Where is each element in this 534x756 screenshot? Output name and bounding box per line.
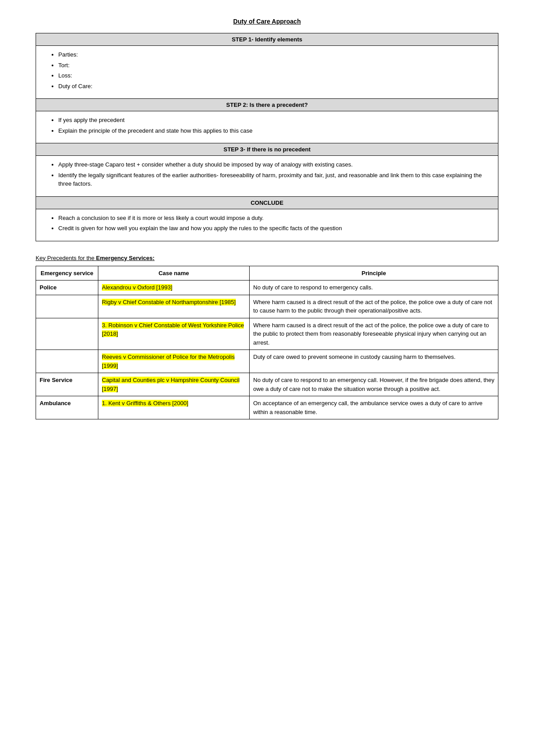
case-cell: Capital and Counties plc v Hampshire Cou… <box>98 373 250 396</box>
list-item: Credit is given for how well you explain… <box>58 224 485 233</box>
table-header: Emergency service <box>36 266 98 280</box>
step1-content: Parties:Tort:Loss:Duty of Care: <box>36 46 498 99</box>
list-item: Duty of Care: <box>58 82 485 91</box>
principle-cell: No duty of care to respond to emergency … <box>250 280 498 295</box>
step2-header: STEP 2: Is there a precedent? <box>36 99 498 111</box>
step3-header: STEP 3- If there is no precedent <box>36 143 498 156</box>
list-item: Tort: <box>58 61 485 70</box>
principle-cell: Duty of care owed to prevent someone in … <box>250 350 498 373</box>
service-cell <box>36 350 98 373</box>
case-cell: 1. Kent v Griffiths & Others [2000] <box>98 396 250 419</box>
table-header: Principle <box>250 266 498 280</box>
key-precedents-bold: Emergency Services: <box>96 255 155 261</box>
table-row: Fire ServiceCapital and Counties plc v H… <box>36 373 498 396</box>
table-row: 3. Robinson v Chief Constable of West Yo… <box>36 318 498 350</box>
service-cell: Police <box>36 280 98 295</box>
step3-content: Apply three-stage Caparo test + consider… <box>36 156 498 197</box>
principle-cell: Where harm caused is a direct result of … <box>250 295 498 318</box>
service-cell <box>36 295 98 318</box>
principle-cell: On acceptance of an emergency call, the … <box>250 396 498 419</box>
conclude-header: CONCLUDE <box>36 196 498 209</box>
table-row: Rigby v Chief Constable of Northamptonsh… <box>36 295 498 318</box>
principle-cell: No duty of care to respond to an emergen… <box>250 373 498 396</box>
service-cell: Ambulance <box>36 396 98 419</box>
conclude-content: Reach a conclusion to see if it is more … <box>36 209 498 241</box>
list-item: Reach a conclusion to see if it is more … <box>58 214 485 223</box>
list-item: Loss: <box>58 71 485 80</box>
step2-content: If yes apply the precedentExplain the pr… <box>36 111 498 143</box>
case-cell: Alexandrou v Oxford [1993] <box>98 280 250 295</box>
service-cell <box>36 318 98 350</box>
step1-header: STEP 1- Identify elements <box>36 33 498 46</box>
framework-table: STEP 1- Identify elements Parties:Tort:L… <box>36 33 498 241</box>
case-cell: Rigby v Chief Constable of Northamptonsh… <box>98 295 250 318</box>
table-header: Case name <box>98 266 250 280</box>
list-item: Identify the legally significant feature… <box>58 171 485 188</box>
table-row: Reeves v Commissioner of Police for the … <box>36 350 498 373</box>
service-cell: Fire Service <box>36 373 98 396</box>
case-cell: Reeves v Commissioner of Police for the … <box>98 350 250 373</box>
list-item: If yes apply the precedent <box>58 116 485 125</box>
key-precedents-heading: Key Precedents for the Emergency Service… <box>36 255 498 261</box>
list-item: Parties: <box>58 50 485 59</box>
case-cell: 3. Robinson v Chief Constable of West Yo… <box>98 318 250 350</box>
table-row: PoliceAlexandrou v Oxford [1993]No duty … <box>36 280 498 295</box>
list-item: Explain the principle of the precedent a… <box>58 126 485 135</box>
precedents-table: Emergency serviceCase namePrinciple Poli… <box>36 266 498 420</box>
key-precedents-text: Key Precedents for the <box>36 255 96 261</box>
principle-cell: Where harm caused is a direct result of … <box>250 318 498 350</box>
list-item: Apply three-stage Caparo test + consider… <box>58 160 485 169</box>
page-title: Duty of Care Approach <box>36 18 498 25</box>
table-row: Ambulance1. Kent v Griffiths & Others [2… <box>36 396 498 419</box>
